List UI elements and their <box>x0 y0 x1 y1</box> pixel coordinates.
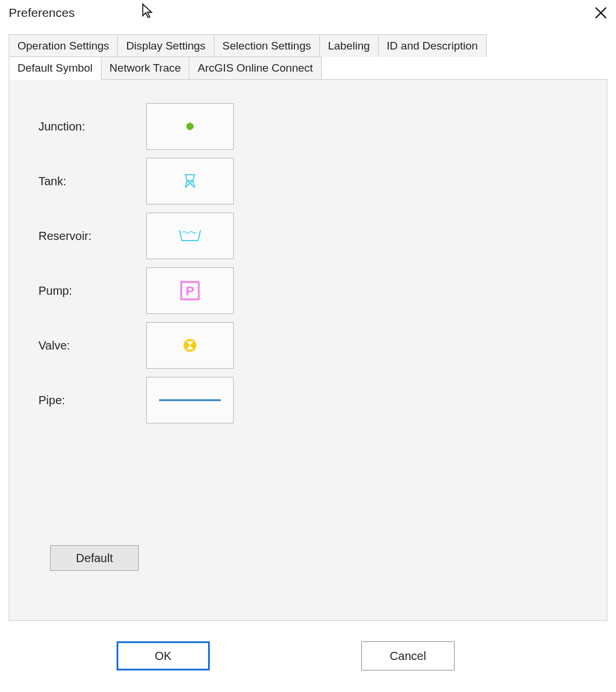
cursor-icon <box>142 3 154 22</box>
pump-symbol-button[interactable]: P <box>146 267 234 314</box>
tab-selection-settings[interactable]: Selection Settings <box>214 34 320 57</box>
tab-panel-default-symbol: Junction: Tank: Reservoir: <box>9 79 607 621</box>
default-button[interactable]: Default <box>50 545 139 571</box>
tab-labeling[interactable]: Labeling <box>319 34 379 57</box>
valve-symbol-button[interactable] <box>146 322 234 369</box>
tab-operation-settings[interactable]: Operation Settings <box>9 34 118 57</box>
close-button[interactable] <box>594 6 607 22</box>
tab-default-symbol[interactable]: Default Symbol <box>9 57 101 80</box>
valve-icon <box>182 338 198 353</box>
cancel-button[interactable]: Cancel <box>361 641 455 670</box>
ok-button[interactable]: OK <box>117 641 210 670</box>
pipe-symbol-button[interactable] <box>146 377 234 423</box>
tab-arcgis-online-connect[interactable]: ArcGIS Online Connect <box>189 57 321 80</box>
pump-icon: P <box>180 281 200 301</box>
pipe-label: Pipe: <box>38 394 146 407</box>
valve-label: Valve: <box>38 339 146 352</box>
reservoir-symbol-button[interactable] <box>146 213 234 259</box>
tank-icon <box>183 174 197 189</box>
tab-network-trace[interactable]: Network Trace <box>101 57 189 80</box>
junction-symbol-button[interactable] <box>146 103 234 150</box>
junction-icon <box>185 122 195 131</box>
tank-label: Tank: <box>38 175 146 188</box>
svg-marker-2 <box>186 122 193 130</box>
tank-symbol-button[interactable] <box>146 158 234 204</box>
reservoir-icon <box>176 228 204 244</box>
tab-display-settings[interactable]: Display Settings <box>117 34 214 57</box>
reservoir-label: Reservoir: <box>38 230 146 243</box>
pump-label: Pump: <box>38 284 146 298</box>
close-icon <box>594 6 607 19</box>
pipe-icon <box>158 397 222 403</box>
tab-id-and-description[interactable]: ID and Description <box>378 34 487 57</box>
junction-label: Junction: <box>38 120 146 133</box>
window-title: Preferences <box>9 6 75 20</box>
svg-text:P: P <box>186 284 195 298</box>
